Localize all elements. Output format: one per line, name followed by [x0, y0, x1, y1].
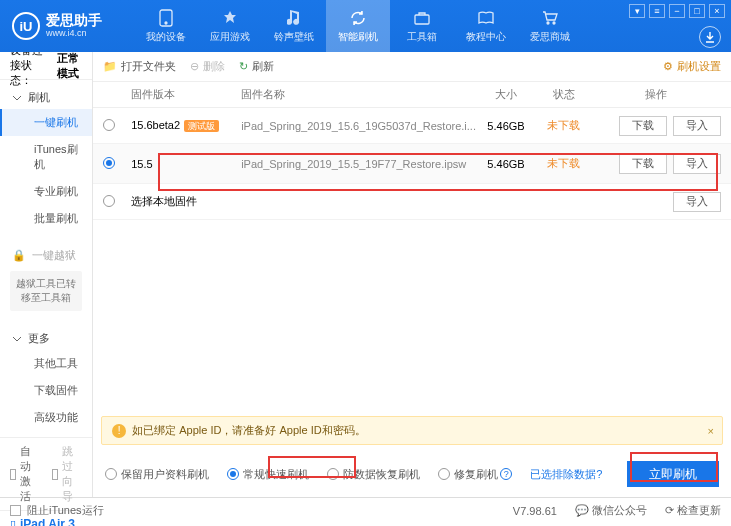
fw-size: 5.46GB — [476, 158, 536, 170]
nav-toolbox[interactable]: 工具箱 — [390, 0, 454, 52]
warning-icon: ! — [112, 424, 126, 438]
toolbar-label: 刷新 — [252, 59, 274, 74]
version-label: V7.98.61 — [513, 505, 557, 517]
nav-ringtones[interactable]: 铃声壁纸 — [262, 0, 326, 52]
table-row[interactable]: 15.6beta2测试版 iPad_Spring_2019_15.6_19G50… — [93, 108, 731, 144]
th-status: 状态 — [536, 87, 591, 102]
sidebar-item-download-fw[interactable]: 下载固件 — [0, 377, 92, 404]
book-icon — [477, 9, 495, 27]
nav-label: 教程中心 — [466, 30, 506, 44]
wechat-link[interactable]: 💬 微信公众号 — [575, 503, 647, 518]
skip-guide-checkbox[interactable] — [52, 469, 58, 480]
nav-my-device[interactable]: 我的设备 — [134, 0, 198, 52]
wechat-icon: 💬 — [575, 504, 589, 516]
nav-tutorials[interactable]: 教程中心 — [454, 0, 518, 52]
window-close-button[interactable]: × — [709, 4, 725, 18]
sidebar-item-itunes[interactable]: iTunes刷机 — [0, 136, 92, 178]
nav-label: 智能刷机 — [338, 30, 378, 44]
sidebar-header-label: 更多 — [28, 331, 50, 346]
sidebar-item-batch[interactable]: 批量刷机 — [0, 205, 92, 232]
block-itunes-label: 阻止iTunes运行 — [27, 503, 104, 518]
fw-version: 15.5 — [131, 158, 152, 170]
opt-keep-data[interactable]: 保留用户资料刷机 — [105, 467, 209, 482]
music-icon — [285, 9, 303, 27]
main-nav: 我的设备 应用游戏 铃声壁纸 智能刷机 工具箱 教程中心 爱思商城 — [134, 0, 582, 52]
sidebar-more-header[interactable]: 更多 — [0, 327, 92, 350]
notice-close-button[interactable]: × — [708, 425, 714, 437]
nav-label: 我的设备 — [146, 30, 186, 44]
nav-apps[interactable]: 应用游戏 — [198, 0, 262, 52]
row-radio[interactable] — [103, 119, 115, 131]
exclude-data-link[interactable]: 已选排除数据? — [530, 467, 602, 482]
main-content: 📁打开文件夹 ⊖删除 ↻刷新 ⚙刷机设置 固件版本 固件名称 大小 状态 操作 … — [93, 52, 731, 497]
statusbar: 阻止iTunes运行 V7.98.61 💬 微信公众号 ⟳ 检查更新 — [0, 497, 731, 523]
brand-name: 爱思助手 — [46, 13, 102, 28]
auto-options: 自动激活 跳过向导 — [0, 437, 92, 510]
nav-label: 工具箱 — [407, 30, 437, 44]
th-ops: 操作 — [591, 87, 721, 102]
check-update-link[interactable]: ⟳ 检查更新 — [665, 503, 721, 518]
sidebar-item-advanced[interactable]: 高级功能 — [0, 404, 92, 431]
import-button[interactable]: 导入 — [673, 192, 721, 212]
radio-icon — [105, 468, 117, 480]
delete-icon: ⊖ — [190, 60, 199, 73]
fw-size: 5.46GB — [476, 120, 536, 132]
toolbar-label: 刷机设置 — [677, 59, 721, 74]
auto-activate-checkbox[interactable] — [10, 469, 16, 480]
sidebar-header-label: 刷机 — [28, 90, 50, 105]
opt-anti-recovery[interactable]: 防数据恢复刷机 — [327, 467, 420, 482]
sidebar-jailbreak-header[interactable]: 🔒 一键越狱 — [0, 244, 92, 267]
download-button[interactable]: 下载 — [619, 154, 667, 174]
nav-label: 铃声壁纸 — [274, 30, 314, 44]
table-row[interactable]: 15.5 iPad_Spring_2019_15.5_19F77_Restore… — [93, 144, 731, 184]
logo-icon: iU — [12, 12, 40, 40]
brand-url: www.i4.cn — [46, 29, 102, 39]
import-button[interactable]: 导入 — [673, 116, 721, 136]
window-minimize-button[interactable]: − — [669, 4, 685, 18]
radio-icon — [327, 468, 339, 480]
toolbar: 📁打开文件夹 ⊖删除 ↻刷新 ⚙刷机设置 — [93, 52, 731, 82]
open-folder-button[interactable]: 📁打开文件夹 — [103, 59, 176, 74]
fw-version: 15.6beta2 — [131, 119, 180, 131]
svg-rect-2 — [415, 15, 429, 24]
skip-guide-label: 跳过向导 — [62, 444, 82, 504]
download-button[interactable]: 下载 — [619, 116, 667, 136]
connection-status: 设备连接状态： 正常模式 — [0, 52, 92, 80]
row-radio[interactable] — [103, 157, 115, 169]
titlebar: iU 爱思助手 www.i4.cn 我的设备 应用游戏 铃声壁纸 智能刷机 工具… — [0, 0, 731, 52]
start-flash-button[interactable]: 立即刷机 — [627, 461, 719, 487]
opt-normal[interactable]: 常规快速刷机 — [227, 467, 309, 482]
svg-point-3 — [547, 22, 549, 24]
window-dash-button[interactable]: ≡ — [649, 4, 665, 18]
fw-status: 未下载 — [536, 118, 591, 133]
opt-label: 防数据恢复刷机 — [343, 467, 420, 482]
th-version: 固件版本 — [131, 87, 241, 102]
chevron-down-icon — [12, 334, 22, 344]
sidebar-flash-header[interactable]: 刷机 — [0, 86, 92, 109]
import-button[interactable]: 导入 — [673, 154, 721, 174]
th-size: 大小 — [476, 87, 536, 102]
help-icon[interactable]: ? — [500, 468, 512, 480]
tablet-icon: ▯ — [10, 518, 16, 527]
folder-icon: 📁 — [103, 60, 117, 73]
refresh-icon: ↻ — [239, 60, 248, 73]
refresh-button[interactable]: ↻刷新 — [239, 59, 274, 74]
nav-store[interactable]: 爱思商城 — [518, 0, 582, 52]
row-radio[interactable] — [103, 195, 115, 207]
conn-value: 正常模式 — [57, 51, 82, 81]
sidebar-item-othertools[interactable]: 其他工具 — [0, 350, 92, 377]
flash-settings-button[interactable]: ⚙刷机设置 — [663, 59, 721, 74]
table-row-local[interactable]: 选择本地固件 导入 — [93, 184, 731, 220]
download-indicator-icon[interactable] — [699, 26, 721, 48]
window-menu-button[interactable]: ▾ — [629, 4, 645, 18]
update-icon: ⟳ — [665, 504, 674, 516]
sidebar-item-oneclick[interactable]: 一键刷机 — [0, 109, 92, 136]
nav-flash[interactable]: 智能刷机 — [326, 0, 390, 52]
opt-repair[interactable]: 修复刷机? — [438, 467, 512, 482]
window-maximize-button[interactable]: □ — [689, 4, 705, 18]
sidebar-item-pro[interactable]: 专业刷机 — [0, 178, 92, 205]
delete-button: ⊖删除 — [190, 59, 225, 74]
block-itunes-checkbox[interactable] — [10, 505, 21, 516]
flash-options: 保留用户资料刷机 常规快速刷机 防数据恢复刷机 修复刷机? 已选排除数据? 立即… — [93, 451, 731, 497]
th-name: 固件名称 — [241, 87, 476, 102]
